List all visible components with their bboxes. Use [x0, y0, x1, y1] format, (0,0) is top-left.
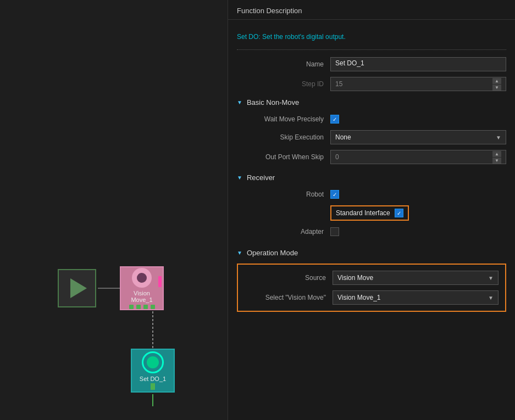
connection-wires [0, 0, 228, 420]
select-vision-move-arrow: ▼ [488, 295, 494, 301]
vision-move-connectors [129, 305, 155, 309]
step-id-down[interactable]: ▼ [492, 85, 501, 91]
out-port-up[interactable]: ▲ [492, 151, 501, 157]
step-id-up[interactable]: ▲ [492, 78, 501, 84]
out-port-spin-buttons: ▲ ▼ [492, 151, 501, 164]
receiver-arrow: ▼ [237, 175, 242, 181]
source-dropdown[interactable]: Vision Move ▼ [333, 271, 499, 285]
function-description-text: Set DO: Set the robot's digital output. [228, 29, 515, 45]
node-vision-move[interactable]: Vision Move_1 [120, 266, 164, 310]
vision-move-icon [132, 268, 152, 288]
basic-non-move-arrow: ▼ [237, 99, 242, 105]
name-row: Name Set DO_1 [228, 54, 515, 74]
standard-interface-text: Standard Interface [336, 209, 390, 217]
set-do-label: Set DO_1 [140, 376, 166, 382]
robot-label: Robot [237, 191, 330, 198]
function-description-header: Function Description [228, 0, 515, 20]
wait-move-precisely-label: Wait Move Precisely [237, 115, 330, 123]
adapter-row: Adapter [228, 223, 515, 240]
robot-row: Robot [228, 186, 515, 203]
step-id-spin-buttons: ▲ ▼ [492, 78, 501, 91]
properties-panel: Function Description Set DO: Set the rob… [228, 0, 515, 420]
source-arrow: ▼ [488, 275, 494, 281]
receiver-header: ▼ Receiver [228, 169, 515, 186]
operation-mode-label: Operation Mode [247, 249, 298, 257]
canvas-area: Vision Move_1 Set DO_1 [0, 0, 228, 420]
function-description-title: Function Description [237, 7, 506, 15]
step-id-row: Step ID 15 ▲ ▼ [228, 74, 515, 94]
source-value-container: Vision Move ▼ [333, 271, 499, 285]
skip-execution-arrow: ▼ [496, 135, 501, 141]
select-vision-move-value: Vision Move_1 [337, 294, 381, 301]
connector-2 [136, 305, 141, 309]
name-input[interactable]: Set DO_1 [330, 57, 506, 71]
source-value: Vision Move [337, 274, 373, 282]
step-id-value: 15 [335, 80, 342, 88]
connector-4 [151, 305, 155, 309]
standard-interface-box: Standard Interface [330, 205, 409, 221]
step-id-value-container: 15 ▲ ▼ [330, 77, 506, 91]
standard-interface-container: Standard Interface [330, 205, 506, 221]
step-id-label: Step ID [237, 80, 330, 88]
set-do-bottom-connector [151, 383, 155, 390]
operation-mode-section: ▼ Operation Mode Source Vision Move ▼ Se… [228, 244, 515, 314]
step-id-input[interactable]: 15 ▲ ▼ [330, 77, 506, 91]
skip-execution-dropdown[interactable]: None ▼ [330, 130, 506, 144]
standard-interface-row: Standard Interface [228, 203, 515, 223]
wait-move-precisely-value [330, 115, 506, 124]
receiver-label: Receiver [247, 173, 275, 182]
node-set-do[interactable]: Set DO_1 [131, 349, 175, 393]
operation-mode-arrow: ▼ [237, 250, 242, 256]
robot-value [330, 190, 506, 199]
play-icon [70, 278, 87, 298]
divider-1 [237, 49, 506, 50]
wait-move-precisely-row: Wait Move Precisely [228, 111, 515, 127]
adapter-checkbox[interactable] [330, 227, 339, 236]
set-do-inner [147, 356, 159, 368]
out-port-label: Out Port When Skip [237, 153, 330, 161]
basic-non-move-header: ▼ Basic Non-Move [228, 94, 515, 111]
out-port-input[interactable]: 0 ▲ ▼ [330, 150, 506, 164]
connector-1 [129, 305, 134, 309]
skip-execution-value-container: None ▼ [330, 130, 506, 144]
node-play[interactable] [58, 269, 96, 307]
select-vision-move-label: Select "Vision Move" [245, 294, 333, 301]
out-port-down[interactable]: ▼ [492, 158, 501, 164]
set-do-circle [142, 351, 164, 373]
select-vision-move-value-container: Vision Move_1 ▼ [333, 290, 499, 305]
connector-3 [143, 305, 148, 309]
robot-checkbox[interactable] [330, 190, 339, 199]
name-label: Name [237, 60, 330, 68]
skip-execution-row: Skip Execution None ▼ [228, 127, 515, 147]
source-row: Source Vision Move ▼ [238, 268, 505, 288]
vision-move-label: Vision Move_1 [124, 290, 160, 303]
source-label: Source [245, 274, 333, 282]
basic-non-move-label: Basic Non-Move [247, 98, 299, 107]
standard-interface-checkbox[interactable] [395, 209, 403, 217]
adapter-value [330, 227, 506, 236]
adapter-label: Adapter [237, 228, 330, 236]
select-vision-move-dropdown[interactable]: Vision Move_1 ▼ [333, 290, 499, 305]
out-port-row: Out Port When Skip 0 ▲ ▼ [228, 147, 515, 167]
operation-mode-header: ▼ Operation Mode [228, 244, 515, 261]
skip-execution-label: Skip Execution [237, 133, 330, 141]
operation-content-box: Source Vision Move ▼ Select "Vision Move… [237, 264, 506, 312]
out-port-value-container: 0 ▲ ▼ [330, 150, 506, 164]
skip-execution-value: None [335, 133, 351, 141]
wait-move-precisely-checkbox[interactable] [330, 115, 339, 124]
out-port-value: 0 [335, 153, 339, 161]
node-pink-bar [158, 276, 162, 287]
name-value-container: Set DO_1 [330, 57, 506, 71]
receiver-section: ▼ Receiver Robot Standard Interface Adap… [228, 169, 515, 240]
select-vision-move-row: Select "Vision Move" Vision Move_1 ▼ [238, 288, 505, 307]
